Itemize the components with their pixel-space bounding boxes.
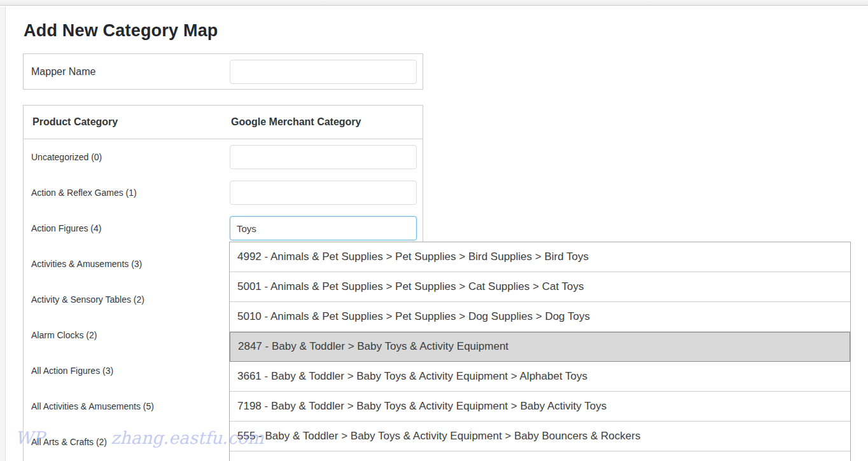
merchant-category-input-focused[interactable]	[230, 216, 417, 240]
browser-chrome-edge	[0, 0, 868, 6]
mapper-name-input[interactable]	[230, 60, 417, 84]
dropdown-option[interactable]: 4992 - Animals & Pet Supplies > Pet Supp…	[230, 242, 850, 272]
page-left-edge	[0, 6, 6, 461]
product-category-label: Action Figures (4)	[31, 210, 101, 246]
dropdown-option-highlighted[interactable]: 2847 - Baby & Toddler > Baby Toys & Acti…	[230, 332, 850, 362]
page-title: Add New Category Map	[24, 21, 218, 41]
product-category-label: Alarm Clocks (2)	[31, 317, 97, 353]
dropdown-option[interactable]: 555 - Baby & Toddler > Baby Toys & Activ…	[230, 422, 850, 451]
product-category-label: Uncategorized (0)	[31, 139, 102, 175]
category-row: Action Figures (4)	[24, 210, 423, 246]
category-row: Uncategorized (0)	[24, 139, 423, 175]
mapper-name-label: Mapper Name	[31, 54, 95, 89]
dropdown-option[interactable]: 5001 - Animals & Pet Supplies > Pet Supp…	[230, 272, 850, 302]
product-category-label: Activities & Amusements (3)	[31, 246, 142, 282]
product-category-label: All Arts & Crafts (2)	[31, 424, 107, 460]
product-category-label: All Activities & Amusements (5)	[31, 389, 154, 424]
product-category-label: Activity & Sensory Tables (2)	[31, 282, 144, 317]
merchant-category-input[interactable]	[230, 181, 417, 205]
category-row: Action & Reflex Games (1)	[24, 175, 423, 210]
dropdown-option[interactable]: 7198 - Baby & Toddler > Baby Toys & Acti…	[230, 392, 850, 422]
merchant-category-input[interactable]	[230, 145, 417, 169]
product-category-label: Action & Reflex Games (1)	[31, 175, 137, 210]
autocomplete-dropdown: 4992 - Animals & Pet Supplies > Pet Supp…	[229, 242, 851, 461]
product-category-label: All Action Figures (3)	[31, 353, 113, 389]
table-header-row: Product Category Google Merchant Categor…	[24, 106, 423, 139]
product-category-column-header: Product Category	[32, 106, 118, 139]
dropdown-option[interactable]	[230, 451, 850, 461]
mapper-name-section: Mapper Name	[23, 53, 423, 90]
google-merchant-category-column-header: Google Merchant Category	[231, 106, 361, 139]
dropdown-option[interactable]: 3661 - Baby & Toddler > Baby Toys & Acti…	[230, 362, 850, 392]
dropdown-option[interactable]: 5010 - Animals & Pet Supplies > Pet Supp…	[230, 302, 850, 332]
